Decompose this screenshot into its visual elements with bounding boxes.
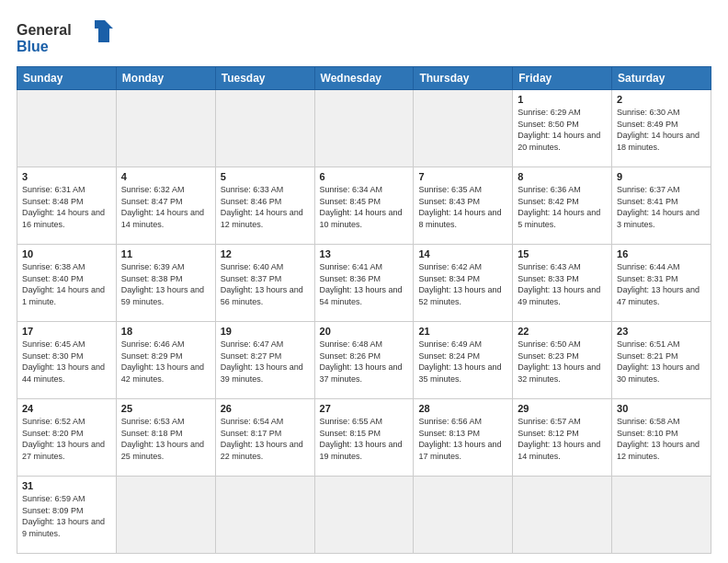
- calendar-cell: 5Sunrise: 6:33 AMSunset: 8:46 PMDaylight…: [215, 167, 314, 245]
- logo: General Blue: [17, 17, 127, 57]
- calendar-week-0: 1Sunrise: 6:29 AMSunset: 8:50 PMDaylight…: [17, 90, 711, 167]
- calendar-cell: [116, 90, 215, 167]
- day-info: Sunrise: 6:58 AMSunset: 8:10 PMDaylight:…: [617, 416, 706, 462]
- col-header-tuesday: Tuesday: [215, 67, 314, 90]
- calendar-cell: 17Sunrise: 6:45 AMSunset: 8:30 PMDayligh…: [17, 322, 117, 399]
- header: General Blue: [17, 17, 711, 57]
- day-info: Sunrise: 6:38 AMSunset: 8:40 PMDaylight:…: [22, 261, 111, 307]
- day-number: 23: [617, 326, 706, 337]
- calendar-week-5: 31Sunrise: 6:59 AMSunset: 8:09 PMDayligh…: [17, 477, 711, 554]
- col-header-saturday: Saturday: [612, 67, 711, 90]
- day-info: Sunrise: 6:31 AMSunset: 8:48 PMDaylight:…: [22, 184, 111, 230]
- calendar-cell: 8Sunrise: 6:36 AMSunset: 8:42 PMDaylight…: [513, 167, 612, 245]
- day-info: Sunrise: 6:45 AMSunset: 8:30 PMDaylight:…: [22, 339, 111, 385]
- day-info: Sunrise: 6:30 AMSunset: 8:49 PMDaylight:…: [617, 107, 706, 153]
- calendar-cell: 18Sunrise: 6:46 AMSunset: 8:29 PMDayligh…: [116, 322, 215, 399]
- day-number: 2: [617, 94, 706, 105]
- day-info: Sunrise: 6:56 AMSunset: 8:13 PMDaylight:…: [418, 416, 507, 462]
- calendar-cell: 9Sunrise: 6:37 AMSunset: 8:41 PMDaylight…: [612, 167, 711, 245]
- day-number: 7: [418, 171, 507, 182]
- calendar-header-row: SundayMondayTuesdayWednesdayThursdayFrid…: [17, 67, 711, 90]
- day-number: 1: [518, 94, 607, 105]
- day-number: 19: [221, 326, 310, 337]
- col-header-monday: Monday: [116, 67, 215, 90]
- day-info: Sunrise: 6:54 AMSunset: 8:17 PMDaylight:…: [221, 416, 310, 462]
- calendar-cell: 24Sunrise: 6:52 AMSunset: 8:20 PMDayligh…: [17, 399, 117, 477]
- calendar-cell: 31Sunrise: 6:59 AMSunset: 8:09 PMDayligh…: [17, 477, 117, 554]
- day-number: 21: [418, 326, 507, 337]
- svg-marker-2: [95, 20, 113, 42]
- day-info: Sunrise: 6:37 AMSunset: 8:41 PMDaylight:…: [617, 184, 706, 230]
- day-info: Sunrise: 6:59 AMSunset: 8:09 PMDaylight:…: [22, 493, 111, 539]
- day-number: 27: [320, 403, 409, 414]
- day-number: 9: [617, 171, 706, 182]
- day-number: 20: [320, 326, 409, 337]
- day-number: 24: [22, 403, 111, 414]
- calendar-cell: [314, 477, 414, 554]
- day-info: Sunrise: 6:33 AMSunset: 8:46 PMDaylight:…: [221, 184, 310, 230]
- calendar-cell: 4Sunrise: 6:32 AMSunset: 8:47 PMDaylight…: [116, 167, 215, 245]
- calendar-cell: [414, 90, 513, 167]
- calendar-cell: 12Sunrise: 6:40 AMSunset: 8:37 PMDayligh…: [215, 245, 314, 322]
- day-number: 29: [518, 403, 607, 414]
- day-number: 6: [320, 171, 409, 182]
- calendar-cell: [314, 90, 414, 167]
- day-info: Sunrise: 6:42 AMSunset: 8:34 PMDaylight:…: [418, 261, 507, 307]
- day-info: Sunrise: 6:51 AMSunset: 8:21 PMDaylight:…: [617, 339, 706, 385]
- day-info: Sunrise: 6:34 AMSunset: 8:45 PMDaylight:…: [320, 184, 409, 230]
- calendar-cell: 2Sunrise: 6:30 AMSunset: 8:49 PMDaylight…: [612, 90, 711, 167]
- calendar-cell: 11Sunrise: 6:39 AMSunset: 8:38 PMDayligh…: [116, 245, 215, 322]
- calendar-cell: 28Sunrise: 6:56 AMSunset: 8:13 PMDayligh…: [414, 399, 513, 477]
- calendar-cell: [215, 477, 314, 554]
- logo-svg: General Blue: [17, 17, 127, 57]
- day-info: Sunrise: 6:55 AMSunset: 8:15 PMDaylight:…: [320, 416, 409, 462]
- calendar-cell: 30Sunrise: 6:58 AMSunset: 8:10 PMDayligh…: [612, 399, 711, 477]
- day-info: Sunrise: 6:32 AMSunset: 8:47 PMDaylight:…: [121, 184, 210, 230]
- calendar-cell: [513, 477, 612, 554]
- calendar-week-3: 17Sunrise: 6:45 AMSunset: 8:30 PMDayligh…: [17, 322, 711, 399]
- day-number: 3: [22, 171, 111, 182]
- col-header-sunday: Sunday: [17, 67, 117, 90]
- day-number: 15: [518, 248, 607, 259]
- day-number: 18: [121, 326, 210, 337]
- calendar-cell: 6Sunrise: 6:34 AMSunset: 8:45 PMDaylight…: [314, 167, 414, 245]
- calendar-table: SundayMondayTuesdayWednesdayThursdayFrid…: [17, 66, 711, 554]
- calendar-week-1: 3Sunrise: 6:31 AMSunset: 8:48 PMDaylight…: [17, 167, 711, 245]
- col-header-friday: Friday: [513, 67, 612, 90]
- calendar-cell: 22Sunrise: 6:50 AMSunset: 8:23 PMDayligh…: [513, 322, 612, 399]
- calendar-cell: 14Sunrise: 6:42 AMSunset: 8:34 PMDayligh…: [414, 245, 513, 322]
- calendar-week-4: 24Sunrise: 6:52 AMSunset: 8:20 PMDayligh…: [17, 399, 711, 477]
- day-number: 13: [320, 248, 409, 259]
- day-number: 14: [418, 248, 507, 259]
- svg-text:General: General: [17, 22, 72, 38]
- day-info: Sunrise: 6:36 AMSunset: 8:42 PMDaylight:…: [518, 184, 607, 230]
- day-info: Sunrise: 6:40 AMSunset: 8:37 PMDaylight:…: [221, 261, 310, 307]
- calendar-cell: 26Sunrise: 6:54 AMSunset: 8:17 PMDayligh…: [215, 399, 314, 477]
- calendar-cell: 23Sunrise: 6:51 AMSunset: 8:21 PMDayligh…: [612, 322, 711, 399]
- day-number: 8: [518, 171, 607, 182]
- day-info: Sunrise: 6:43 AMSunset: 8:33 PMDaylight:…: [518, 261, 607, 307]
- calendar-cell: 21Sunrise: 6:49 AMSunset: 8:24 PMDayligh…: [414, 322, 513, 399]
- day-info: Sunrise: 6:29 AMSunset: 8:50 PMDaylight:…: [518, 107, 607, 153]
- day-info: Sunrise: 6:52 AMSunset: 8:20 PMDaylight:…: [22, 416, 111, 462]
- day-number: 16: [617, 248, 706, 259]
- day-number: 22: [518, 326, 607, 337]
- calendar-cell: [414, 477, 513, 554]
- day-info: Sunrise: 6:44 AMSunset: 8:31 PMDaylight:…: [617, 261, 706, 307]
- calendar-cell: [612, 477, 711, 554]
- day-number: 10: [22, 248, 111, 259]
- calendar-cell: 29Sunrise: 6:57 AMSunset: 8:12 PMDayligh…: [513, 399, 612, 477]
- day-info: Sunrise: 6:41 AMSunset: 8:36 PMDaylight:…: [320, 261, 409, 307]
- day-number: 25: [121, 403, 210, 414]
- calendar-cell: [17, 90, 117, 167]
- day-info: Sunrise: 6:46 AMSunset: 8:29 PMDaylight:…: [121, 339, 210, 385]
- page: General Blue SundayMondayTuesdayWednesda…: [0, 0, 728, 563]
- day-info: Sunrise: 6:35 AMSunset: 8:43 PMDaylight:…: [418, 184, 507, 230]
- day-info: Sunrise: 6:48 AMSunset: 8:26 PMDaylight:…: [320, 339, 409, 385]
- col-header-thursday: Thursday: [414, 67, 513, 90]
- day-number: 30: [617, 403, 706, 414]
- calendar-cell: 7Sunrise: 6:35 AMSunset: 8:43 PMDaylight…: [414, 167, 513, 245]
- col-header-wednesday: Wednesday: [314, 67, 414, 90]
- calendar-week-2: 10Sunrise: 6:38 AMSunset: 8:40 PMDayligh…: [17, 245, 711, 322]
- calendar-cell: [215, 90, 314, 167]
